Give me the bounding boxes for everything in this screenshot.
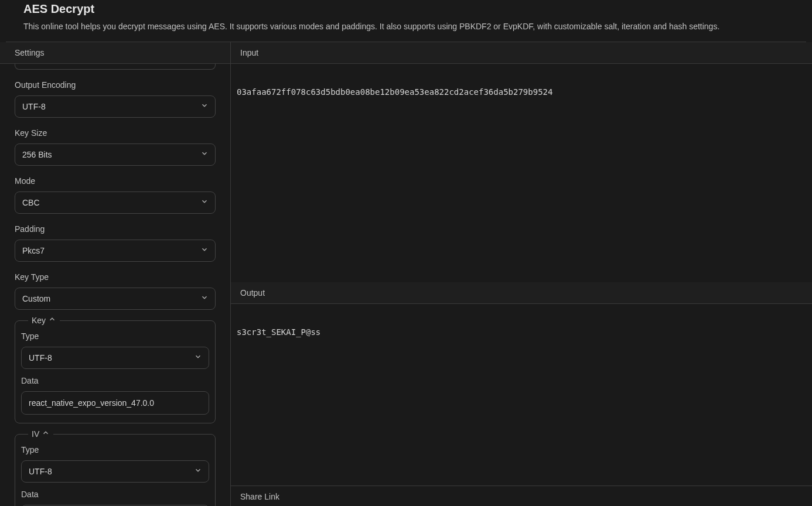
settings-heading: Settings: [0, 42, 230, 64]
key-data-group: Data: [21, 376, 209, 415]
chevron-up-icon: [42, 429, 50, 439]
key-data-label: Data: [21, 376, 209, 385]
iv-legend[interactable]: IV: [28, 429, 53, 439]
key-legend[interactable]: Key: [28, 315, 60, 325]
key-size-select[interactable]: 256 Bits: [15, 143, 216, 166]
input-textarea[interactable]: 03afaa672ff078c63d5bdb0ea08be12b09ea53ea…: [231, 64, 812, 282]
mode-group: Mode CBC: [15, 176, 216, 214]
content-area: Input 03afaa672ff078c63d5bdb0ea08be12b09…: [231, 42, 812, 506]
iv-type-inner-select[interactable]: UTF-8: [21, 460, 209, 483]
page-header: AES Decrypt This online tool helps you d…: [0, 0, 812, 42]
iv-data-group: Data: [21, 490, 209, 506]
chevron-up-icon: [48, 315, 56, 325]
share-heading: Share Link: [240, 492, 279, 501]
padding-group: Padding Pkcs7: [15, 224, 216, 262]
page-title: AES Decrypt: [23, 2, 789, 16]
key-type-inner-group: Type UTF-8: [21, 331, 209, 369]
page-description: This online tool helps you decrypt messa…: [23, 22, 789, 31]
padding-select-wrap: Pkcs7: [15, 240, 216, 262]
iv-fieldset: IV Type UTF-8 Data: [15, 434, 216, 506]
iv-type-inner-group: Type UTF-8: [21, 445, 209, 483]
main-layout: Settings Output Encoding UTF-8 Key Size …: [0, 42, 812, 506]
output-value: s3cr3t_SEKAI_P@ss: [231, 327, 812, 337]
output-encoding-group: Output Encoding UTF-8: [15, 80, 216, 118]
settings-sidebar: Settings Output Encoding UTF-8 Key Size …: [0, 42, 231, 506]
mode-select[interactable]: CBC: [15, 192, 216, 214]
key-type-select[interactable]: Custom: [15, 288, 216, 310]
key-size-select-wrap: 256 Bits: [15, 143, 216, 166]
output-encoding-select[interactable]: UTF-8: [15, 95, 216, 118]
key-legend-label: Key: [32, 316, 46, 325]
key-data-input[interactable]: [21, 391, 209, 415]
key-size-label: Key Size: [15, 128, 216, 138]
padding-label: Padding: [15, 224, 216, 234]
output-section: Output s3cr3t_SEKAI_P@ss: [231, 282, 812, 486]
partial-select-above[interactable]: [15, 64, 216, 70]
mode-label: Mode: [15, 176, 216, 186]
key-type-select-wrap: Custom: [15, 288, 216, 310]
share-section: Share Link: [231, 486, 812, 506]
iv-legend-label: IV: [32, 429, 39, 439]
input-section: Input 03afaa672ff078c63d5bdb0ea08be12b09…: [231, 42, 812, 282]
key-type-group: Key Type Custom: [15, 272, 216, 310]
key-type-label: Key Type: [15, 272, 216, 282]
input-value: 03afaa672ff078c63d5bdb0ea08be12b09ea53ea…: [231, 87, 812, 97]
settings-content: Output Encoding UTF-8 Key Size 256 Bits: [0, 64, 230, 506]
key-type-inner-select[interactable]: UTF-8: [21, 347, 209, 369]
output-encoding-label: Output Encoding: [15, 80, 216, 90]
mode-select-wrap: CBC: [15, 192, 216, 214]
key-fieldset: Key Type UTF-8 Data: [15, 320, 216, 423]
input-heading: Input: [231, 42, 812, 64]
output-heading: Output: [231, 282, 812, 304]
padding-select[interactable]: Pkcs7: [15, 240, 216, 262]
output-encoding-select-wrap: UTF-8: [15, 95, 216, 118]
key-type-inner-label: Type: [21, 331, 209, 341]
iv-type-inner-label: Type: [21, 445, 209, 454]
output-textarea[interactable]: s3cr3t_SEKAI_P@ss: [231, 304, 812, 486]
key-type-inner-select-wrap: UTF-8: [21, 347, 209, 369]
iv-data-label: Data: [21, 490, 209, 499]
iv-type-inner-select-wrap: UTF-8: [21, 460, 209, 483]
key-size-group: Key Size 256 Bits: [15, 128, 216, 166]
